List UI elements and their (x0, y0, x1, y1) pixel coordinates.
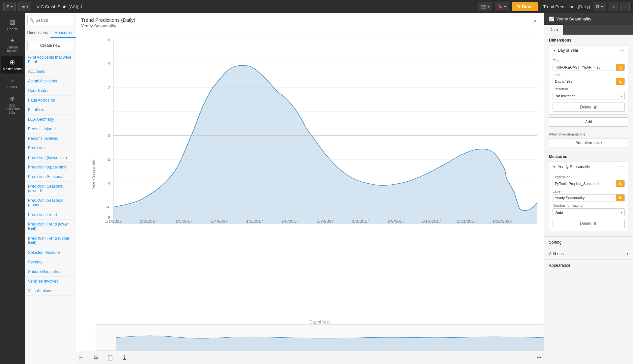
field-fx-button[interactable]: fx (616, 64, 624, 71)
svg-text:-4: -4 (106, 181, 110, 185)
measure-header[interactable]: ▼ Yearly Seasonality ⋯ (549, 162, 628, 172)
done-button[interactable]: ✎ Done (512, 2, 538, 11)
sidebar-panel: 🔍 Dimensions Measures Create new % of Ac… (25, 13, 76, 364)
svg-text:1/7/2017: 1/7/2017 (317, 219, 334, 223)
sheet-icon-button[interactable]: 🗒 ▾ (593, 2, 606, 11)
list-item[interactable]: Persons Injured (25, 124, 76, 134)
charts-label: Charts (7, 27, 17, 31)
svg-text:1/9/2017: 1/9/2017 (387, 219, 405, 223)
field-input[interactable] (553, 64, 616, 71)
expression-input[interactable] (553, 180, 616, 187)
snapshot-button[interactable]: 📷 ▾ (478, 2, 492, 11)
sidebar-item-fields[interactable]: ≡ Fields (1, 74, 23, 92)
list-item[interactable]: Prediction Trend (upper limit) (25, 234, 76, 248)
addons-section[interactable]: Add-ons › (544, 248, 633, 260)
measure-menu-icon[interactable]: ⋯ (620, 164, 625, 169)
list-item[interactable]: Prediction (upper limit) (25, 163, 76, 172)
dim-menu-icon[interactable]: ⋯ (620, 48, 625, 53)
addons-chevron-icon: › (627, 252, 628, 256)
list-item[interactable]: % of Accidents that were Fatal (25, 53, 76, 67)
field-label: Field (553, 59, 625, 63)
limitation-select[interactable]: No limitation (553, 92, 625, 100)
dim-field-row: Field fx Label fx Limitation No limitati… (549, 55, 628, 114)
list-item[interactable]: Persons Involved (25, 134, 76, 143)
dim-label-fx-button[interactable]: fx (616, 78, 624, 85)
chart-header: Trend Predictions (Daily) Yearly Seasona… (76, 13, 544, 30)
bottom-toolbar: ✂ ⧉ 📋 🗑 ↩ (76, 351, 544, 364)
list-item[interactable]: Selected Measure (25, 248, 76, 258)
delete-button[interactable]: 🗑 (119, 352, 130, 363)
list-item[interactable]: LGA Geometry (25, 115, 76, 124)
number-fmt-select[interactable]: Auto (553, 208, 625, 216)
measure-delete-button[interactable]: Delete 🗑 (553, 219, 625, 228)
paste-button[interactable]: 📋 (105, 352, 115, 363)
add-alternative-button[interactable]: Add alternative (549, 138, 628, 147)
dim-delete-button[interactable]: Delete 🗑 (553, 103, 625, 112)
list-item[interactable]: Prediction Seasonal (25, 172, 76, 182)
list-item[interactable]: Prediction (25, 143, 76, 153)
nav-rail: ▦ Charts ✦ Custom objects ⊞ Master items… (0, 13, 25, 364)
list-item[interactable]: Prediction Seasonal (upper li... (25, 196, 76, 210)
prev-button[interactable]: ‹ (609, 2, 618, 11)
undo-button[interactable]: ↩ (533, 352, 544, 363)
list-item[interactable]: Visualizations (25, 286, 76, 296)
close-button[interactable]: ✕ (531, 17, 539, 25)
list-item[interactable]: Vehicles Involved (25, 277, 76, 286)
tab-measures[interactable]: Measures (50, 28, 76, 38)
right-panel-bottom: Sorting › Add-ons › Appearance › (544, 237, 633, 271)
dim-delete-label: Delete (580, 105, 591, 109)
measure-label-fx-button[interactable]: fx (616, 195, 624, 201)
dim-header[interactable]: ▼ Day of Year ⋯ (549, 46, 628, 55)
list-item[interactable]: Prediction Trend (lower limit) (25, 220, 76, 234)
list-item[interactable]: Fatalities (25, 105, 76, 115)
field-input-wrap: fx (553, 64, 625, 71)
appearance-chevron-icon: › (627, 263, 628, 268)
sidebar-item-app-nav[interactable]: ⊕ App navigation links (1, 92, 23, 117)
measure-name-label: Yearly Seasonality (558, 165, 590, 169)
next-button[interactable]: › (620, 2, 630, 11)
sidebar-item-master-items[interactable]: ⊞ Master items (1, 56, 23, 74)
list-item[interactable]: Accidents (25, 67, 76, 76)
menu-button[interactable]: ☰ ▾ (18, 2, 31, 11)
addons-label: Add-ons (549, 252, 564, 256)
tab-data[interactable]: Data (544, 25, 563, 35)
sorting-section[interactable]: Sorting › (544, 237, 633, 248)
home-button[interactable]: ⊞ ▾ (3, 2, 16, 11)
list-item[interactable]: Suburb Geometry (25, 267, 76, 277)
list-item[interactable]: Fatal Accidents (25, 96, 76, 105)
app-nav-icon: ⊕ (10, 95, 15, 102)
scissors-button[interactable]: ✂ (76, 352, 86, 363)
list-item[interactable]: Severity (25, 258, 76, 267)
create-new-button[interactable]: Create new (27, 41, 73, 50)
svg-text:1/1/2017: 1/1/2017 (105, 219, 122, 223)
limitation-select-wrap: No limitation ▾ (553, 92, 625, 100)
appearance-label: Appearance (549, 263, 570, 268)
list-item[interactable]: Coordinates (25, 86, 76, 96)
appearance-section[interactable]: Appearance › (544, 260, 633, 271)
list-item[interactable]: Actual Accidents (25, 76, 76, 86)
fields-label: Fields (7, 85, 17, 89)
list-item[interactable]: Prediction Seasonal (lower li... (25, 182, 76, 196)
measure-label-input-wrap: fx (553, 194, 625, 201)
label-label: Label (553, 73, 625, 77)
svg-text:1/5/2017: 1/5/2017 (246, 219, 263, 223)
chart-container: 6 4 2 0 -2 -4 -6 -8 (96, 33, 537, 224)
measure-label-input[interactable] (553, 195, 616, 201)
dim-label-input[interactable] (553, 78, 616, 85)
sidebar-item-charts[interactable]: ▦ Charts (1, 16, 23, 34)
dimensions-section: Dimensions ▼ Day of Year ⋯ Field fx Labe (544, 35, 633, 130)
sidebar-item-custom-objects[interactable]: ✦ Custom objects (1, 34, 23, 55)
add-dimension-button[interactable]: Add (549, 117, 628, 127)
search-bar: 🔍 (25, 13, 76, 28)
copy-button[interactable]: ⧉ (90, 352, 101, 363)
home-arrow: ▾ (11, 4, 13, 9)
svg-text:1/6/2017: 1/6/2017 (282, 219, 299, 223)
bookmark-button[interactable]: 🔖 ▾ (495, 2, 509, 11)
tab-dimensions[interactable]: Dimensions (25, 28, 50, 38)
limitation-label: Limitation (553, 87, 625, 91)
list-item[interactable]: Prediction (lower limit) (25, 153, 76, 163)
bookmark-icon: 🔖 (498, 4, 503, 9)
list-item[interactable]: Prediction Trend (25, 210, 76, 220)
expression-fx-button[interactable]: fx (616, 180, 624, 187)
svg-text:0: 0 (108, 133, 110, 137)
